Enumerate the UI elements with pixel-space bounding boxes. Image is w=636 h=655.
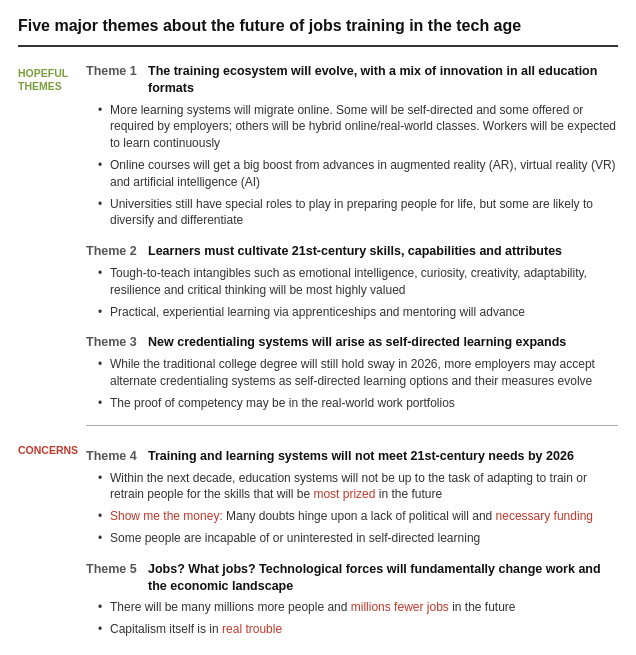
theme-1-label: Theme 1 <box>86 64 148 78</box>
list-item: While the traditional college degree wil… <box>98 356 618 390</box>
theme-2-block: Theme 2 Learners must cultivate 21st-cen… <box>86 243 618 320</box>
concerns-label: CONCERNS <box>18 444 82 458</box>
page-title: Five major themes about the future of jo… <box>18 16 618 47</box>
theme-5-block: Theme 5 Jobs? What jobs? Technological f… <box>86 561 618 638</box>
theme-1-bullets: More learning systems will migrate onlin… <box>86 102 618 230</box>
theme-4-label: Theme 4 <box>86 449 148 463</box>
list-item: There will be many millions more people … <box>98 599 618 616</box>
list-item: Universities still have special roles to… <box>98 196 618 230</box>
theme-2-bullets: Tough-to-teach intangibles such as emoti… <box>86 265 618 320</box>
list-item: Tough-to-teach intangibles such as emoti… <box>98 265 618 299</box>
hopeful-label: HOPEFULTHEMES <box>18 67 82 94</box>
theme-5-title: Jobs? What jobs? Technological forces wi… <box>148 561 618 595</box>
list-item: Practical, experiential learning via app… <box>98 304 618 321</box>
theme-2-title: Learners must cultivate 21st-century ski… <box>148 243 562 260</box>
list-item: More learning systems will migrate onlin… <box>98 102 618 152</box>
list-item: Online courses will get a big boost from… <box>98 157 618 191</box>
theme-1-title: The training ecosystem will evolve, with… <box>148 63 618 97</box>
theme-5-label: Theme 5 <box>86 562 148 576</box>
theme-3-label: Theme 3 <box>86 335 148 349</box>
theme-3-bullets: While the traditional college degree wil… <box>86 356 618 411</box>
theme-4-title: Training and learning systems will not m… <box>148 448 574 465</box>
list-item: Show me the money: Many doubts hinge upo… <box>98 508 618 525</box>
theme-2-label: Theme 2 <box>86 244 148 258</box>
list-item: Capitalism itself is in real trouble <box>98 621 618 638</box>
list-item: Within the next decade, education system… <box>98 470 618 504</box>
theme-3-title: New credentialing systems will arise as … <box>148 334 566 351</box>
theme-1-block: Theme 1 The training ecosystem will evol… <box>86 63 618 229</box>
theme-3-block: Theme 3 New credentialing systems will a… <box>86 334 618 411</box>
theme-5-bullets: There will be many millions more people … <box>86 599 618 638</box>
list-item: The proof of competency may be in the re… <box>98 395 618 412</box>
theme-4-block: Theme 4 Training and learning systems wi… <box>86 448 618 547</box>
list-item: Some people are incapable of or unintere… <box>98 530 618 547</box>
theme-4-bullets: Within the next decade, education system… <box>86 470 618 547</box>
